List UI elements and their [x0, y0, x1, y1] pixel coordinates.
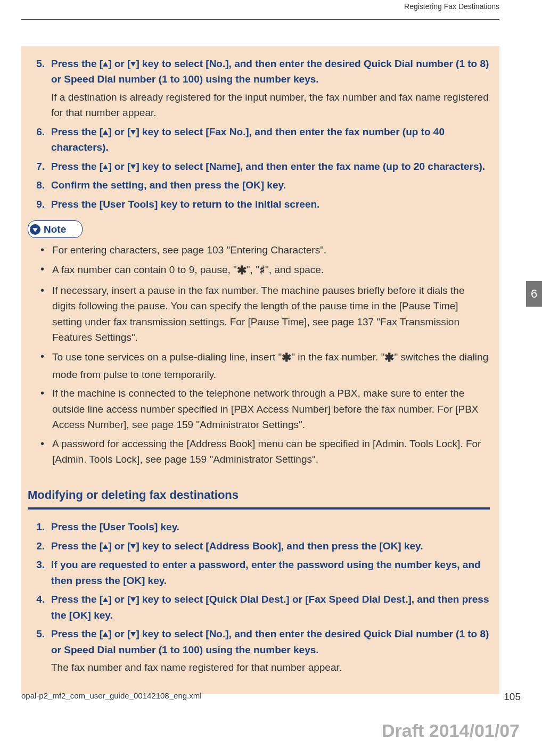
- step-number: 5.: [28, 626, 51, 675]
- section-rule: [28, 507, 490, 510]
- steps-list-1: 5. Press the [] or [] key to select [No.…: [28, 56, 490, 212]
- step: 5. Press the [] or [] key to select [No.…: [28, 626, 490, 675]
- step-number: 7.: [28, 159, 51, 174]
- step-text: Press the [] or [] key to select [Name],…: [51, 159, 490, 174]
- step-number: 2.: [28, 538, 51, 554]
- step: 3. If you are requested to enter a passw…: [28, 557, 490, 588]
- content-area: 5. Press the [] or [] key to select [No.…: [21, 46, 499, 694]
- step: 1. Press the [User Tools] key.: [28, 519, 490, 535]
- chapter-tab: 6: [526, 281, 542, 307]
- step: 8. Confirm the setting, and then press t…: [28, 177, 490, 193]
- up-arrow-icon: [103, 165, 108, 169]
- step-text: Confirm the setting, and then press the …: [51, 177, 490, 193]
- star-icon: ✱: [237, 261, 247, 280]
- step-number: 1.: [28, 519, 51, 535]
- step-text: Press the [User Tools] key to return to …: [51, 196, 490, 212]
- note-badge: Note: [28, 220, 83, 238]
- star-icon: ✱: [384, 349, 394, 367]
- up-arrow-icon: [103, 632, 108, 637]
- step-text: If you are requested to enter a password…: [51, 557, 490, 588]
- step-subtext: If a destination is already registered f…: [51, 89, 490, 121]
- note-item: A password for accessing the [Address Bo…: [40, 436, 490, 467]
- step: 2. Press the [] or [] key to select [Add…: [28, 538, 490, 554]
- section-heading: Modifying or deleting fax destinations: [28, 486, 490, 504]
- draft-stamp: Draft 2014/01/07: [382, 720, 520, 741]
- down-circle-icon: [30, 224, 40, 235]
- step-subtext: The fax number and fax name registered f…: [51, 660, 490, 675]
- step: 4. Press the [] or [] key to select [Qui…: [28, 591, 490, 623]
- note-item: If the machine is connected to the telep…: [40, 385, 490, 432]
- note-item: If necessary, insert a pause in the fax …: [40, 283, 490, 346]
- down-arrow-icon: [130, 165, 136, 169]
- step: 7. Press the [] or [] key to select [Nam…: [28, 159, 490, 174]
- up-arrow-icon: [103, 597, 108, 602]
- top-rule: [21, 19, 499, 20]
- step-text: Press the [] or [] key to select [No.], …: [51, 56, 490, 87]
- footer-filename: opal-p2_mf2_com_user_guide_00142108_eng.…: [21, 691, 202, 703]
- step: 6. Press the [] or [] key to select [Fax…: [28, 124, 490, 155]
- up-arrow-icon: [103, 544, 108, 549]
- step-number: 6.: [28, 124, 51, 155]
- up-arrow-icon: [103, 130, 108, 135]
- step-text: Press the [] or [] key to select [Quick …: [51, 591, 490, 623]
- hash-icon: ♯: [259, 261, 265, 280]
- step-text: Press the [] or [] key to select [No.], …: [51, 626, 490, 658]
- down-arrow-icon: [130, 632, 136, 637]
- step: 5. Press the [] or [] key to select [No.…: [28, 56, 490, 121]
- step-text: Press the [] or [] key to select [Fax No…: [51, 124, 490, 155]
- step-number: 3.: [28, 557, 51, 588]
- step: 9. Press the [User Tools] key to return …: [28, 196, 490, 212]
- step-text: Press the [User Tools] key.: [51, 519, 490, 535]
- down-arrow-icon: [130, 597, 136, 602]
- step-number: 9.: [28, 196, 51, 212]
- step-number: 8.: [28, 177, 51, 193]
- note-item: A fax number can contain 0 to 9, pause, …: [40, 261, 490, 280]
- step-text: Press the [] or [] key to select [Addres…: [51, 538, 490, 554]
- page-number: 105: [504, 691, 521, 703]
- steps-list-2: 1. Press the [User Tools] key. 2. Press …: [28, 519, 490, 675]
- footer: opal-p2_mf2_com_user_guide_00142108_eng.…: [0, 691, 542, 703]
- running-head: Registering Fax Destinations: [0, 0, 521, 11]
- page: Registering Fax Destinations 5. Press th…: [0, 0, 542, 756]
- star-icon: ✱: [282, 349, 291, 367]
- down-arrow-icon: [130, 130, 136, 135]
- notes-list: For entering characters, see page 103 "E…: [40, 242, 490, 467]
- note-item: To use tone services on a pulse-dialing …: [40, 349, 490, 383]
- step-number: 5.: [28, 56, 51, 121]
- note-item: For entering characters, see page 103 "E…: [40, 242, 490, 258]
- step-number: 4.: [28, 591, 51, 623]
- up-arrow-icon: [103, 62, 108, 67]
- note-label: Note: [44, 221, 66, 237]
- down-arrow-icon: [130, 544, 136, 549]
- down-arrow-icon: [130, 62, 136, 67]
